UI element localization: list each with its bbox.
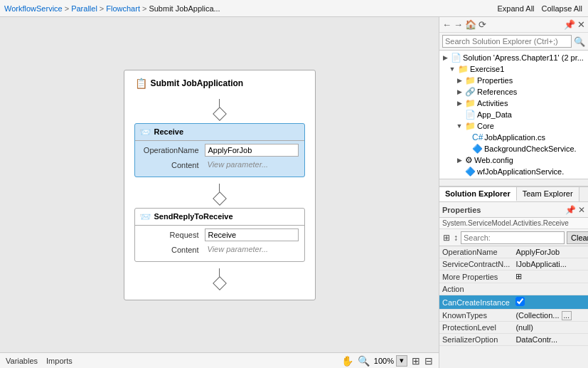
breadcrumb-item-2[interactable]: Flowchart — [106, 4, 140, 13]
prop-value-3[interactable] — [513, 283, 588, 295]
canvas[interactable]: 📋 Submit JobApplication 📨 Receive — [0, 17, 439, 352]
breadcrumb-item-3: Submit JobApplica... — [149, 4, 220, 13]
tab-team-explorer[interactable]: Team Explorer — [517, 187, 579, 201]
prop-table: OperationName ApplyForJob ServiceContrac… — [439, 246, 588, 346]
receive-field-label-1: Content — [141, 161, 205, 169]
tree-item-solution[interactable]: ▶ 📄 Solution 'Apress.Chapter11' (2 pr... — [439, 52, 588, 63]
prop-pin-icon[interactable]: 📌 — [565, 205, 576, 215]
tree-expand-core: ▼ — [454, 122, 465, 130]
tree-item-webconfig[interactable]: ▶ ⚙ Web.config — [439, 154, 588, 166]
prop-value-6[interactable]: (null) — [513, 322, 588, 334]
tree-expand-webconfig: ▶ — [454, 157, 465, 164]
se-home-icon[interactable]: 🏠 — [465, 19, 476, 30]
receive-field-value-0[interactable]: ApplyForJob — [205, 144, 299, 157]
receive-title: Receive — [154, 127, 184, 136]
send-reply-field-value-0[interactable]: Receive — [205, 228, 299, 241]
tree-expand-references: ▶ — [454, 88, 465, 95]
collapse-all-button[interactable]: Collapse All — [540, 4, 584, 13]
tree-expand-activities: ▶ — [454, 100, 465, 107]
prop-categorized-btn[interactable]: ⊞ — [442, 232, 451, 243]
expand-all-button[interactable]: Expand All — [496, 4, 536, 13]
receive-field-value-1[interactable]: View parameter... — [205, 159, 299, 172]
collection-btn[interactable]: ... — [562, 311, 572, 320]
right-panel: ← → 🏠 ⟳ 📌 ✕ 🔍 ▶ 📄 Solution 'Apress.Chapt… — [439, 17, 588, 368]
prop-search-input[interactable] — [461, 231, 565, 244]
breadcrumb: WorkflowService > Parallel > Flowchart >… — [4, 4, 220, 13]
se-forward-icon[interactable]: → — [454, 19, 463, 30]
se-back-icon[interactable]: ← — [442, 19, 451, 30]
workflow-title-icon: 📋 — [135, 78, 147, 89]
can-create-instance-checkbox[interactable] — [515, 297, 525, 306]
tree-item-jobapp[interactable]: C# JobApplication.cs — [439, 132, 588, 143]
tree-item-activities[interactable]: ▶ 📁 Activities — [439, 98, 588, 109]
send-reply-activity[interactable]: 📨 SendReplyToReceive Request Receive Con… — [134, 208, 305, 262]
prop-close-icon[interactable]: ✕ — [578, 205, 585, 215]
prop-clear-button[interactable]: Clear — [567, 231, 588, 244]
tree-label-webconfig: Web.config — [474, 156, 513, 164]
receive-icon: 📨 — [139, 127, 151, 137]
tree-expand-exercise1: ▼ — [447, 65, 458, 73]
breadcrumb-item-1[interactable]: Parallel — [71, 4, 97, 13]
tree-icon-jobapp: C# — [472, 132, 483, 142]
variables-button[interactable]: Variables — [6, 357, 38, 365]
explorer-tabs: Solution Explorer Team Explorer — [439, 186, 588, 202]
designer-area: 📋 Submit JobApplication 📨 Receive — [0, 17, 439, 368]
tab-solution-explorer[interactable]: Solution Explorer — [439, 187, 517, 201]
zoom-search-icon[interactable]: 🔍 — [358, 355, 370, 367]
main-layout: 📋 Submit JobApplication 📨 Receive — [0, 17, 588, 368]
prop-subtitle: System.ServiceModel.Activities.Receive — [439, 218, 588, 229]
tree-label-core: Core — [477, 122, 494, 130]
connector-2 — [215, 268, 225, 290]
prop-alpha-btn[interactable]: ↕ — [453, 232, 459, 243]
prop-name-0: OperationName — [439, 246, 513, 258]
se-search-input[interactable] — [442, 35, 572, 48]
tree-item-bgcheck[interactable]: 🔷 BackgroundCheckService. — [439, 143, 588, 154]
tree-item-exercise1[interactable]: ▼ 📁 Exercise1 — [439, 63, 588, 75]
prop-value-0[interactable]: ApplyForJob — [513, 246, 588, 258]
arrow-diamond — [213, 107, 227, 121]
se-refresh-icon[interactable]: ⟳ — [479, 19, 486, 30]
receive-activity[interactable]: 📨 Receive OperationName ApplyForJob Cont… — [134, 123, 305, 177]
tree-item-references[interactable]: ▶ 🔗 References — [439, 86, 588, 98]
cursor-icon[interactable]: ✋ — [341, 355, 353, 367]
tree-expand-solution: ▶ — [439, 54, 451, 61]
tree-icon-activities: 📁 — [465, 98, 476, 108]
expand-icon[interactable]: ⊟ — [424, 355, 433, 367]
properties-panel: Properties 📌 ✕ System.ServiceModel.Activ… — [439, 202, 588, 368]
zoom-control: 100% ▾ — [374, 355, 407, 367]
prop-row-2: More Properties ⊞ — [439, 270, 588, 283]
solution-explorer-section: ← → 🏠 ⟳ 📌 ✕ 🔍 ▶ 📄 Solution 'Apress.Chapt… — [439, 17, 588, 186]
horizontal-scrollbar[interactable] — [439, 179, 588, 186]
breadcrumb-item-0[interactable]: WorkflowService — [4, 4, 63, 13]
prop-value-5[interactable]: (Collection... ... — [513, 310, 588, 322]
prop-scroll[interactable]: OperationName ApplyForJob ServiceContrac… — [439, 246, 588, 368]
prop-row-1: ServiceContractN... IJobApplicati... — [439, 258, 588, 270]
se-search-button[interactable]: 🔍 — [574, 36, 585, 47]
tree-item-appdata[interactable]: 📄 App_Data — [439, 109, 588, 120]
zoom-dropdown-button[interactable]: ▾ — [396, 355, 407, 367]
connector-1 — [215, 184, 225, 205]
prop-value-2[interactable]: ⊞ — [513, 270, 588, 283]
se-close-icon[interactable]: ✕ — [577, 19, 585, 30]
tree-icon-exercise1: 📁 — [458, 64, 469, 74]
prop-value-4[interactable] — [513, 295, 588, 310]
tree-item-wfservice[interactable]: 🔷 wfJobApplicationService. — [439, 166, 588, 177]
receive-activity-header: 📨 Receive — [135, 124, 304, 141]
prop-value-1[interactable]: IJobApplicati... — [513, 258, 588, 270]
zoom-value: 100% — [374, 357, 394, 365]
prop-name-7: SerializerOption — [439, 334, 513, 346]
tree-item-properties[interactable]: ▶ 📁 Properties — [439, 75, 588, 86]
imports-button[interactable]: Imports — [46, 357, 73, 365]
breadcrumb-sep-1: > — [100, 4, 104, 13]
workflow-title: 📋 Submit JobApplication — [132, 78, 244, 89]
tree-label-exercise1: Exercise1 — [470, 65, 504, 73]
prop-row-3: Action — [439, 283, 588, 295]
breadcrumb-sep-2: > — [142, 4, 146, 13]
fit-icon[interactable]: ⊞ — [412, 355, 420, 367]
tree-label-jobapp: JobApplication.cs — [484, 133, 545, 142]
prop-value-7[interactable]: DataContr... — [513, 334, 588, 346]
tree-item-core[interactable]: ▼ 📁 Core — [439, 120, 588, 132]
send-reply-field-value-1[interactable]: View parameter... — [205, 243, 299, 256]
tree-icon-references: 🔗 — [465, 87, 476, 97]
se-pin-icon[interactable]: 📌 — [564, 19, 575, 30]
